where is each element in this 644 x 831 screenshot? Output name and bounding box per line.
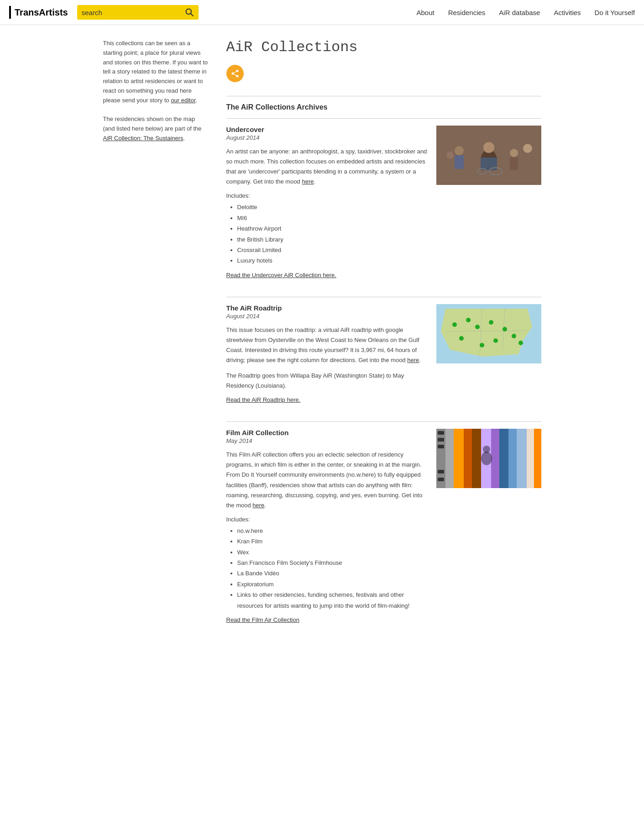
roadtrip-desc: This issue focuses on the roadtrip: a vi… xyxy=(226,325,427,365)
svg-point-27 xyxy=(475,325,480,329)
svg-line-1 xyxy=(191,14,193,16)
film-includes-list: no.w.here Kran Film Wex San Francisco Fi… xyxy=(226,526,427,611)
svg-rect-44 xyxy=(508,429,517,488)
list-item: Deloitte xyxy=(237,202,427,212)
share-button[interactable] xyxy=(226,65,244,82)
undercover-desc: An artist can be anyone: an anthropologi… xyxy=(226,147,427,187)
list-item: Crossrail Limited xyxy=(237,245,427,255)
logo[interactable]: TransArtists xyxy=(9,6,68,19)
content-area: AiR Collections The AiR Collections Arch… xyxy=(226,39,541,642)
svg-rect-51 xyxy=(438,470,444,473)
svg-rect-40 xyxy=(472,429,481,488)
svg-point-0 xyxy=(186,9,191,15)
svg-rect-50 xyxy=(438,445,444,448)
svg-rect-39 xyxy=(464,429,472,488)
svg-point-29 xyxy=(503,327,507,331)
main-nav: About Residencies AiR database Activitie… xyxy=(416,9,635,16)
roadtrip-read-link: Read the AiR Roadtrip here. xyxy=(226,396,541,403)
film-header-row: Film AiR Collection May 2014 This Film A… xyxy=(226,429,541,616)
undercover-includes-list: Deloitte MI6 Heathrow Airport the Britis… xyxy=(226,202,427,266)
film-image xyxy=(436,429,541,488)
nav-about[interactable]: About xyxy=(416,9,434,16)
svg-point-34 xyxy=(493,338,498,343)
roadtrip-read-here-link[interactable]: here xyxy=(287,396,298,403)
film-title: Film AiR Collection xyxy=(226,429,427,437)
svg-line-6 xyxy=(234,71,236,73)
list-item: Heathrow Airport xyxy=(237,223,427,234)
svg-point-54 xyxy=(483,446,490,453)
list-item: Wex xyxy=(237,547,427,558)
roadtrip-map-svg xyxy=(436,304,541,363)
sidebar-residencies-note: The residencies shown on the map (and li… xyxy=(103,115,208,143)
svg-rect-38 xyxy=(454,429,464,488)
undercover-text: Undercover August 2014 An artist can be … xyxy=(226,126,427,272)
film-includes-label: Includes: xyxy=(226,516,427,523)
list-item: MI6 xyxy=(237,213,427,223)
nav-do-it-yourself[interactable]: Do it Yourself xyxy=(595,9,635,16)
list-item: Kran Film xyxy=(237,536,427,547)
svg-rect-43 xyxy=(499,429,508,488)
svg-point-53 xyxy=(481,452,492,465)
air-collection-link[interactable]: AiR Collection: The Sustainers xyxy=(103,135,183,142)
svg-rect-48 xyxy=(438,431,444,435)
nav-air-database[interactable]: AiR database xyxy=(499,9,540,16)
roadtrip-mood-link[interactable]: here xyxy=(407,357,419,363)
svg-point-30 xyxy=(512,334,516,338)
svg-rect-47 xyxy=(534,429,541,488)
sidebar-intro: This collections can be seen as a starti… xyxy=(103,39,208,105)
roadtrip-date: August 2014 xyxy=(226,313,427,320)
search-wrapper xyxy=(77,5,199,20)
svg-point-31 xyxy=(518,341,523,345)
nav-activities[interactable]: Activities xyxy=(554,9,581,16)
film-date: May 2014 xyxy=(226,437,427,444)
sidebar: This collections can be seen as a starti… xyxy=(103,39,208,642)
share-wrapper xyxy=(226,65,541,82)
divider-after-roadtrip xyxy=(226,421,541,422)
undercover-image xyxy=(436,126,541,185)
search-input[interactable] xyxy=(82,9,182,16)
svg-point-28 xyxy=(489,320,493,325)
nav-residencies[interactable]: Residencies xyxy=(448,9,486,16)
our-editor-link[interactable]: our editor xyxy=(171,97,195,104)
film-read-collection-link[interactable]: Read the Film Air Collection xyxy=(226,616,299,623)
search-icon xyxy=(185,8,194,17)
logo-text: TransArtists xyxy=(15,7,68,18)
header: TransArtists About Residencies AiR datab… xyxy=(0,0,644,25)
svg-rect-46 xyxy=(527,429,534,488)
undercover-image-svg xyxy=(436,126,541,185)
list-item: Luxury hotels xyxy=(237,255,427,266)
svg-rect-42 xyxy=(491,429,499,488)
svg-point-25 xyxy=(452,322,457,327)
svg-point-33 xyxy=(480,343,484,347)
svg-point-2 xyxy=(236,70,238,72)
film-strips-svg xyxy=(436,429,541,488)
undercover-mood-link[interactable]: here xyxy=(302,178,314,185)
roadtrip-header-row: The AiR Roadtrip August 2014 This issue … xyxy=(226,304,541,397)
svg-line-5 xyxy=(234,74,236,75)
list-item: Links to other residencies, funding sche… xyxy=(237,589,427,611)
svg-point-32 xyxy=(459,336,464,341)
share-icon xyxy=(230,69,240,78)
roadtrip-note: The Roadtrip goes from Willapa Bay AiR (… xyxy=(226,371,427,391)
film-read-link[interactable]: Read the Film Air Collection xyxy=(226,616,541,623)
svg-rect-45 xyxy=(517,429,527,488)
divider-top xyxy=(226,96,541,96)
svg-rect-19 xyxy=(436,126,541,185)
collection-roadtrip: The AiR Roadtrip August 2014 This issue … xyxy=(226,304,541,404)
list-item: the British Library xyxy=(237,234,427,245)
svg-point-4 xyxy=(236,75,238,77)
undercover-read-here-link[interactable]: here xyxy=(323,272,335,279)
film-mood-link[interactable]: here xyxy=(252,502,264,509)
list-item: San Francisco Film Society's Filmhouse xyxy=(237,558,427,568)
svg-marker-21 xyxy=(441,309,532,357)
undercover-includes-label: Includes: xyxy=(226,192,427,199)
roadtrip-text: The AiR Roadtrip August 2014 This issue … xyxy=(226,304,427,397)
svg-point-26 xyxy=(466,318,471,322)
archives-header: The AiR Collections Archives xyxy=(226,103,541,111)
roadtrip-image xyxy=(436,304,541,363)
roadtrip-title: The AiR Roadtrip xyxy=(226,304,427,312)
list-item: Exploratorium xyxy=(237,579,427,589)
svg-rect-49 xyxy=(438,438,444,442)
collection-undercover: Undercover August 2014 An artist can be … xyxy=(226,126,541,279)
svg-rect-37 xyxy=(445,429,454,488)
